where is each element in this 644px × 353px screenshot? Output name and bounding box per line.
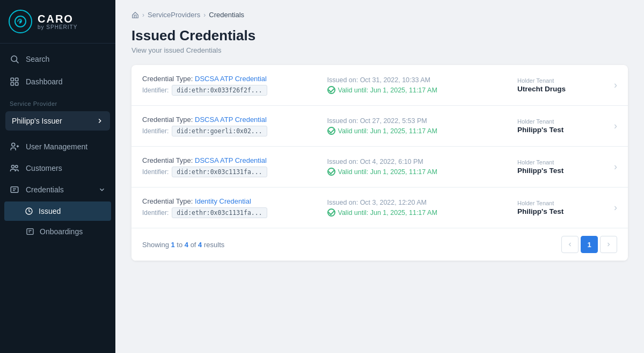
cred-holder-2: Holder Tenant Philipp's Test [512, 159, 609, 175]
holder-label-0: Holder Tenant [517, 77, 609, 84]
page-total: 4 [198, 241, 202, 249]
cred-left-3: Credential Type: Identity Credential Ide… [142, 197, 327, 218]
sidebar-item-onboardings[interactable]: Onboardings [0, 222, 115, 241]
service-provider-section-label: Service Provider [0, 93, 115, 109]
cred-holder-3: Holder Tenant Philipp's Test [512, 200, 609, 215]
svg-point-2 [11, 56, 17, 62]
cred-type-link-0[interactable]: DSCSA ATP Credential [195, 75, 267, 83]
cred-id-0: Identifier: did:ethr:0x033f26f2f... [142, 85, 327, 96]
sidebar: CARO by SPHERITY Search Dashboard Servic… [0, 0, 115, 353]
cred-left-2: Credential Type: DSCSA ATP Credential Id… [142, 156, 327, 177]
cred-type-link-1[interactable]: DSCSA ATP Credential [195, 116, 267, 124]
customers-icon [10, 163, 19, 173]
credential-row-0[interactable]: Credential Type: DSCSA ATP Credential Id… [131, 65, 628, 106]
credential-row-3[interactable]: Credential Type: Identity Credential Ide… [131, 188, 628, 228]
brand-name: CARO [38, 13, 77, 24]
credential-row-1[interactable]: Credential Type: DSCSA ATP Credential Id… [131, 106, 628, 147]
svg-line-3 [16, 61, 18, 63]
cred-id-3: Identifier: did:ethr:0x03c1131fa... [142, 207, 327, 218]
svg-rect-6 [11, 83, 13, 85]
cred-middle-1: Issued on: Oct 27, 2022, 5:53 PM Valid u… [327, 117, 513, 135]
cred-holder-1: Holder Tenant Philipp's Test [512, 118, 609, 134]
provider-selector-button[interactable]: Philipp's Issuer [5, 111, 110, 131]
sidebar-item-credentials[interactable]: Credentials [0, 179, 115, 200]
cred-type-1: Credential Type: DSCSA ATP Credential [142, 116, 327, 124]
logo-icon [9, 10, 32, 33]
breadcrumb: › ServiceProviders › Credentials [131, 11, 628, 19]
credentials-icon [10, 185, 19, 194]
credential-row-2[interactable]: Credential Type: DSCSA ATP Credential Id… [131, 147, 628, 188]
sidebar-item-dashboard[interactable]: Dashboard [0, 70, 115, 93]
breadcrumb-current: Credentials [209, 11, 244, 19]
issued-on-3: Issued on: Oct 3, 2022, 12:20 AM [327, 199, 513, 206]
issued-on-2: Issued on: Oct 4, 2022, 6:10 PM [327, 158, 513, 165]
cred-type-2: Credential Type: DSCSA ATP Credential [142, 156, 327, 164]
issued-label: Issued [39, 207, 61, 215]
showing-text: Showing 1 to 4 of 4 results [142, 241, 224, 249]
holder-name-1: Philipp's Test [517, 126, 609, 134]
cred-arrow-0: › [614, 80, 617, 91]
user-management-icon [10, 142, 19, 152]
prev-page-button[interactable] [561, 236, 579, 253]
provider-name: Philipp's Issuer [12, 117, 96, 125]
page-title: Issued Credentials [131, 27, 628, 44]
sidebar-item-user-management[interactable]: User Management [0, 136, 115, 157]
cred-type-0: Credential Type: DSCSA ATP Credential [142, 75, 327, 83]
cred-left-1: Credential Type: DSCSA ATP Credential Id… [142, 116, 327, 136]
dashboard-label: Dashboard [26, 77, 63, 86]
customers-label: Customers [26, 164, 62, 172]
sidebar-navigation: Search Dashboard Service Provider Philip… [0, 44, 115, 353]
cred-type-link-3[interactable]: Identity Credential [195, 197, 251, 205]
onboardings-icon [26, 227, 34, 236]
pagination-controls: 1 [561, 236, 617, 253]
breadcrumb-service-providers[interactable]: ServiceProviders [148, 11, 200, 19]
breadcrumb-sep-1: › [142, 11, 144, 19]
valid-until-0: Valid until: Jun 1, 2025, 11:17 AM [327, 86, 513, 94]
valid-icon-2 [327, 168, 335, 176]
results-label: results [204, 241, 224, 249]
page-from: 1 [171, 241, 174, 249]
svg-rect-7 [16, 83, 18, 85]
issued-on-1: Issued on: Oct 27, 2022, 5:53 PM [327, 117, 513, 125]
logo-text: CARO by SPHERITY [38, 13, 77, 30]
holder-name-2: Philipp's Test [517, 167, 609, 175]
cred-arrow-1: › [614, 120, 617, 132]
cred-middle-3: Issued on: Oct 3, 2022, 12:20 AM Valid u… [327, 199, 513, 217]
sidebar-item-customers[interactable]: Customers [0, 157, 115, 179]
home-icon[interactable] [131, 11, 139, 19]
next-page-button[interactable] [600, 236, 617, 253]
valid-icon-1 [327, 127, 335, 135]
pagination-bar: Showing 1 to 4 of 4 results 1 [131, 228, 628, 261]
page-1-button[interactable]: 1 [581, 236, 598, 253]
cred-holder-0: Holder Tenant Utrecht Drugs [512, 77, 609, 93]
dashboard-icon [10, 77, 19, 87]
page-subtitle: View your issued Credentials [131, 46, 628, 54]
sidebar-item-search[interactable]: Search [0, 48, 115, 70]
credentials-expand-icon [98, 186, 106, 193]
holder-label-3: Holder Tenant [517, 200, 609, 206]
user-management-label: User Management [26, 142, 87, 151]
main-content: › ServiceProviders › Credentials Issued … [115, 0, 644, 353]
cred-left-0: Credential Type: DSCSA ATP Credential Id… [142, 75, 327, 96]
cred-type-link-2[interactable]: DSCSA ATP Credential [195, 156, 267, 164]
breadcrumb-sep-2: › [203, 11, 206, 19]
holder-label-2: Holder Tenant [517, 159, 609, 165]
valid-icon-3 [327, 208, 335, 217]
credentials-submenu: Issued Onboardings [0, 201, 115, 241]
svg-point-1 [19, 20, 21, 23]
cred-middle-2: Issued on: Oct 4, 2022, 6:10 PM Valid un… [327, 158, 513, 176]
credentials-card: Credential Type: DSCSA ATP Credential Id… [131, 65, 628, 261]
search-icon [10, 54, 19, 64]
svg-point-8 [12, 143, 15, 146]
sidebar-item-issued[interactable]: Issued [4, 201, 111, 221]
valid-until-3: Valid until: Jun 1, 2025, 11:17 AM [327, 208, 513, 217]
cred-middle-0: Issued on: Oct 31, 2022, 10:33 AM Valid … [327, 76, 513, 94]
valid-until-1: Valid until: Jun 1, 2025, 11:17 AM [327, 127, 513, 135]
search-label: Search [26, 55, 49, 63]
credentials-label: Credentials [26, 185, 64, 194]
cred-type-3: Credential Type: Identity Credential [142, 197, 327, 205]
page-to: 4 [185, 241, 188, 249]
svg-point-12 [16, 165, 18, 168]
cred-arrow-2: › [614, 161, 617, 172]
svg-rect-5 [16, 78, 18, 81]
